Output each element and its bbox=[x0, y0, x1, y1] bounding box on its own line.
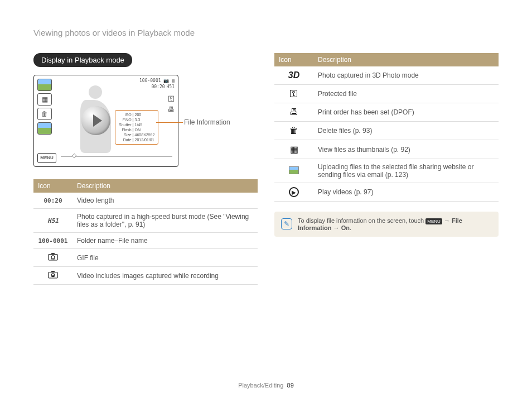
th-icon: Icon bbox=[274, 53, 313, 66]
gif-icon: GIF bbox=[48, 253, 58, 261]
folder-file-icon: 100-0001 bbox=[38, 237, 68, 245]
table-row: GIF GIF file bbox=[33, 249, 258, 267]
menu-button-icon: MENU bbox=[37, 153, 56, 163]
table-row: H51 Photo captured in a high-speed burst… bbox=[33, 209, 258, 233]
file-info-callout: File Information bbox=[184, 118, 230, 126]
table-row: ▶ Play videos (p. 97) bbox=[274, 183, 499, 202]
video-image-icon bbox=[48, 271, 58, 279]
table-row: 🗑 Delete files (p. 93) bbox=[274, 122, 499, 140]
photo-thumb-icon bbox=[37, 79, 52, 91]
side-icon-stack: ▦ 🗑 bbox=[37, 79, 52, 135]
icon-table-right: Icon Description 3D Photo captured in 3D… bbox=[274, 53, 499, 202]
th-desc: Description bbox=[313, 53, 499, 66]
overlay-top-right: 100-0001 📷 ▥ 00:20H51 bbox=[139, 78, 175, 90]
menu-chip-icon: MENU bbox=[425, 218, 442, 224]
table-row: 3D Photo captured in 3D Photo mode bbox=[274, 66, 499, 85]
play-icon bbox=[81, 106, 110, 135]
section-pill: Display in Playback mode bbox=[33, 53, 132, 67]
print-icon: 🖶 bbox=[168, 106, 175, 113]
trash-icon: 🗑 bbox=[37, 108, 52, 120]
svg-rect-1 bbox=[51, 253, 55, 255]
table-row: ▦ View files as thumbnails (p. 92) bbox=[274, 140, 499, 159]
camera-screen: ▦ 🗑 MENU 100-0001 📷 ▥ 00:20H51 ⚿ 🖶 ISO20… bbox=[33, 75, 178, 167]
note-icon: ✎ bbox=[281, 218, 292, 229]
key-icon: ⚿ bbox=[289, 89, 298, 98]
th-icon: Icon bbox=[33, 179, 72, 193]
thumbnails-icon: ▦ bbox=[37, 93, 52, 106]
table-row: 🖶 Print order has been set (DPOF) bbox=[274, 103, 499, 122]
play-circle-icon: ▶ bbox=[289, 187, 299, 197]
table-row: ⚿ Protected file bbox=[274, 85, 499, 103]
file-info-box: ISO200 F.NO3.3 Shutter1/45 FlashON Size4… bbox=[115, 110, 158, 145]
page-footer: Playback/Editing 89 bbox=[0, 382, 532, 389]
time-icon: 00:20 bbox=[43, 197, 62, 204]
tip-note: ✎ To display file information on the scr… bbox=[274, 212, 499, 237]
thumbnails-icon: ▦ bbox=[290, 145, 298, 154]
timeline-slider bbox=[61, 156, 172, 162]
right-column: Icon Description 3D Photo captured in 3D… bbox=[274, 53, 499, 285]
table-row: 00:20 Video length bbox=[33, 193, 258, 209]
svg-rect-4 bbox=[49, 272, 58, 279]
burst-icon: H51 bbox=[47, 217, 59, 224]
key-icon: ⚿ bbox=[168, 95, 175, 103]
table-row: 100-0001 Folder name–File name bbox=[33, 233, 258, 249]
icon-table-left: Icon Description 00:20 Video length H51 … bbox=[33, 179, 258, 285]
table-row: Video includes images captured while rec… bbox=[33, 267, 258, 285]
trash-icon: 🗑 bbox=[289, 126, 298, 135]
svg-rect-5 bbox=[51, 271, 55, 272]
svg-text:GIF: GIF bbox=[51, 259, 55, 261]
th-desc: Description bbox=[72, 179, 258, 193]
3d-icon: 3D bbox=[288, 70, 299, 80]
camera-diagram: ▦ 🗑 MENU 100-0001 📷 ▥ 00:20H51 ⚿ 🖶 ISO20… bbox=[33, 75, 258, 169]
note-text: To display file information on the scree… bbox=[298, 217, 492, 231]
page-title: Viewing photos or videos in Playback mod… bbox=[33, 28, 499, 37]
overlay-right-icons: ⚿ 🖶 bbox=[168, 95, 175, 113]
table-row: Uploading files to the selected file sha… bbox=[274, 159, 499, 183]
upload-icon bbox=[289, 166, 299, 174]
upload-thumb-icon bbox=[37, 122, 52, 135]
left-column: Display in Playback mode ▦ 🗑 MENU 100-00… bbox=[33, 53, 258, 285]
content-columns: Display in Playback mode ▦ 🗑 MENU 100-00… bbox=[33, 53, 499, 285]
print-icon: 🖶 bbox=[289, 107, 298, 117]
